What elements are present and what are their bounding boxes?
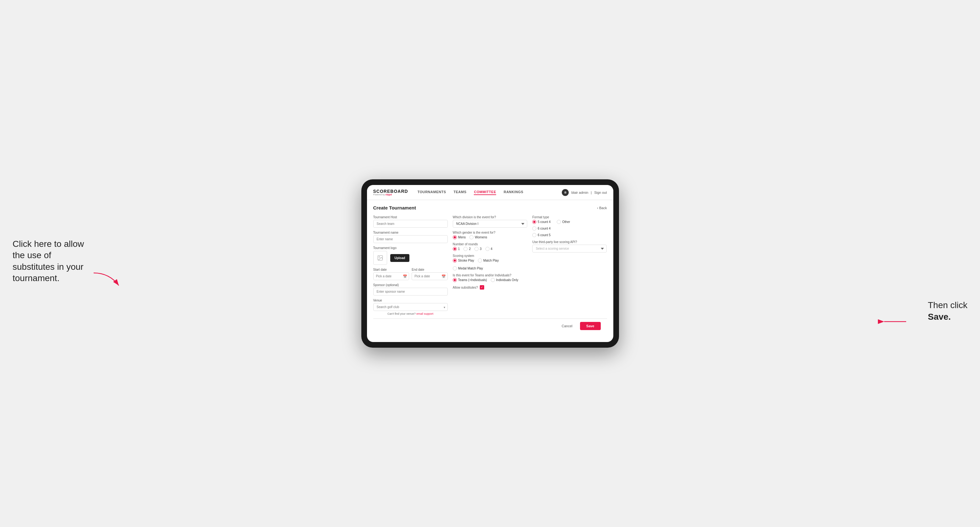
substitutes-checkbox[interactable]: ✓ — [480, 285, 484, 290]
rounds-2[interactable]: 2 — [463, 247, 471, 251]
bottom-bar: Cancel Save — [373, 319, 607, 333]
tournament-logo-label: Tournament logo — [373, 246, 448, 250]
format-other-radio[interactable] — [557, 220, 561, 224]
event-type-individuals-label: Individuals Only — [496, 278, 519, 282]
sign-out-link[interactable]: Sign out — [594, 190, 607, 194]
logo-upload-area: Upload — [373, 251, 448, 265]
event-type-teams[interactable]: Teams (+Individuals) — [453, 278, 487, 282]
logo-area: SCOREBOARD Powered by clippd — [373, 189, 408, 196]
rounds-1-label: 1 — [458, 247, 460, 251]
scoring-match-label: Match Play — [483, 259, 499, 262]
gender-womens-label: Womens — [475, 235, 487, 239]
tournament-name-input[interactable] — [373, 235, 448, 243]
gender-womens-radio[interactable] — [469, 235, 474, 239]
sponsor-input[interactable] — [373, 288, 448, 295]
division-field: Which division is the event for? NCAA Di… — [453, 216, 527, 228]
venue-input[interactable] — [373, 303, 448, 311]
event-type-individuals-radio[interactable] — [491, 278, 495, 282]
rounds-1[interactable]: 1 — [453, 247, 460, 251]
scoring-label: Scoring system — [453, 254, 527, 257]
format-5count4-radio[interactable] — [532, 220, 536, 224]
rounds-radio-group: 1 2 3 — [453, 247, 527, 251]
page-header: Create Tournament ‹ Back — [373, 205, 607, 210]
event-type-field: Is this event for Teams and/or Individua… — [453, 273, 527, 282]
avatar: B — [562, 189, 569, 196]
nav-separator: | — [591, 190, 592, 194]
gender-womens[interactable]: Womens — [469, 235, 487, 239]
rounds-label: Number of rounds — [453, 243, 527, 246]
save-button[interactable]: Save — [580, 322, 601, 330]
scoring-medal[interactable]: Medal Match Play — [453, 266, 483, 270]
rounds-4[interactable]: 4 — [485, 247, 493, 251]
tournament-name-label: Tournament name — [373, 231, 448, 234]
venue-email-link[interactable]: email support — [416, 312, 433, 315]
division-select[interactable]: NCAA Division I — [453, 220, 527, 228]
format-type-field: Format type 5 count 4 Other — [532, 216, 607, 237]
format-6count5[interactable]: 6 count 5 — [532, 233, 607, 237]
tournament-logo-field: Tournament logo Upload — [373, 246, 448, 265]
rounds-2-radio[interactable] — [463, 247, 468, 251]
rounds-3[interactable]: 3 — [474, 247, 482, 251]
navigation-bar: SCOREBOARD Powered by clippd TOURNAMENTS… — [367, 185, 613, 200]
nav-committee[interactable]: COMMITTEE — [474, 190, 496, 195]
back-link[interactable]: ‹ Back — [597, 206, 607, 210]
sponsor-field: Sponsor (optional) — [373, 283, 448, 295]
cancel-button[interactable]: Cancel — [557, 322, 577, 330]
form-column-middle: Which division is the event for? NCAA Di… — [453, 216, 527, 290]
scoring-stroke-radio[interactable] — [453, 259, 457, 263]
upload-button[interactable]: Upload — [390, 254, 410, 262]
logo-clippd: clippd — [385, 194, 392, 196]
event-type-label: Is this event for Teams and/or Individua… — [453, 273, 527, 277]
format-other[interactable]: Other — [557, 220, 570, 224]
substitutes-label: Allow substitutes? — [453, 286, 478, 289]
start-date-input-container: 📅 — [373, 272, 409, 280]
tournament-name-field: Tournament name — [373, 231, 448, 243]
event-type-individuals[interactable]: Individuals Only — [491, 278, 519, 282]
nav-links: TOURNAMENTS TEAMS COMMITTEE RANKINGS — [418, 190, 562, 195]
rounds-field: Number of rounds 1 2 — [453, 243, 527, 251]
scoring-api-field: Use third-party live scoring API? Select… — [532, 240, 607, 252]
event-type-teams-radio[interactable] — [453, 278, 457, 282]
substitutes-field: Allow substitutes? ✓ — [453, 285, 527, 290]
tablet-frame: SCOREBOARD Powered by clippd TOURNAMENTS… — [361, 179, 619, 348]
rounds-4-radio[interactable] — [485, 247, 490, 251]
end-date-input-container: 📅 — [412, 272, 448, 280]
scoring-medal-label: Medal Match Play — [458, 267, 483, 270]
format-6count4-radio[interactable] — [532, 227, 536, 230]
nav-user-area: B blair admin | Sign out — [562, 189, 607, 196]
format-5count4[interactable]: 5 count 4 — [532, 220, 550, 224]
scoring-radio-group: Stroke Play Match Play Medal Match Play — [453, 259, 527, 270]
division-label: Which division is the event for? — [453, 216, 527, 219]
tournament-host-input[interactable] — [373, 220, 448, 228]
format-6count4-label: 6 count 4 — [538, 227, 550, 230]
nav-rankings[interactable]: RANKINGS — [504, 190, 523, 195]
tournament-host-label: Tournament Host — [373, 216, 448, 219]
main-content: Create Tournament ‹ Back Tournament Host… — [367, 200, 613, 338]
tournament-host-field: Tournament Host — [373, 216, 448, 228]
scoring-match-radio[interactable] — [478, 259, 482, 263]
scoring-stroke[interactable]: Stroke Play — [453, 259, 474, 263]
format-6count5-radio[interactable] — [532, 233, 536, 237]
scoring-medal-radio[interactable] — [453, 266, 457, 270]
gender-label: Which gender is the event for? — [453, 231, 527, 234]
right-annotation-bold: Save. — [928, 312, 951, 322]
page-title: Create Tournament — [373, 205, 416, 210]
gender-mens[interactable]: Mens — [453, 235, 466, 239]
logo-powered: Powered by clippd — [373, 194, 408, 196]
rounds-1-radio[interactable] — [453, 247, 457, 251]
rounds-3-radio[interactable] — [474, 247, 479, 251]
date-row: Start date 📅 End date 📅 — [373, 268, 448, 280]
format-other-label: Other — [562, 220, 570, 224]
scoring-api-select[interactable]: Select a scoring service — [532, 244, 607, 252]
start-date-label: Start date — [373, 268, 409, 271]
format-6count5-label: 6 count 5 — [538, 233, 550, 237]
scoring-match[interactable]: Match Play — [478, 259, 499, 263]
nav-tournaments[interactable]: TOURNAMENTS — [418, 190, 446, 195]
left-annotation-text: Click here to allow the use of substitut… — [13, 238, 94, 284]
nav-teams[interactable]: TEAMS — [453, 190, 466, 195]
venue-dropdown-icon: ▾ — [444, 305, 445, 309]
gender-mens-radio[interactable] — [453, 235, 457, 239]
format-6count4[interactable]: 6 count 4 — [532, 227, 607, 230]
gender-mens-label: Mens — [458, 235, 466, 239]
svg-point-2 — [379, 257, 380, 257]
